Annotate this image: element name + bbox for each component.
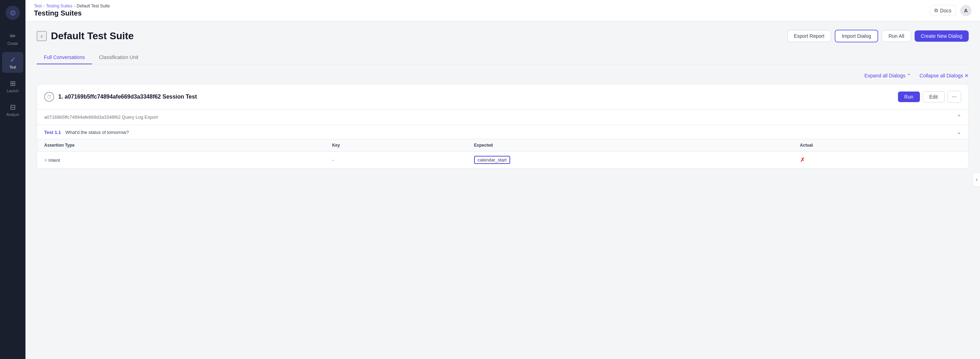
query-log-row: a07169b5ffc74894afe669d3a3348f62 Query L… — [37, 109, 968, 125]
docs-button[interactable]: ⧉ Docs — [930, 5, 956, 16]
collapse-all-icon: ✕ — [964, 73, 969, 78]
tab-full-conversations[interactable]: Full Conversations — [37, 51, 92, 64]
topbar-left: Test › Testing Suites › Default Test Sui… — [34, 3, 110, 17]
test-icon: ✓ — [10, 56, 16, 64]
error-x-icon: ✗ — [800, 157, 805, 163]
breadcrumb: Test › Testing Suites › Default Test Sui… — [34, 3, 110, 8]
collapse-all-link[interactable]: Collapse all Dialogs ✕ — [920, 73, 969, 78]
test-row: Test 1.1 What'd the status of tomorrow? … — [37, 125, 968, 139]
assertion-table: Assertion Type Key Expected Actual ≡ Int… — [37, 139, 968, 168]
sidebar-item-test-label: Test — [10, 65, 16, 69]
main-area: Test › Testing Suites › Default Test Sui… — [25, 0, 980, 359]
right-panel-toggle[interactable]: › — [973, 172, 980, 187]
create-new-dialog-button[interactable]: Create New Dialog — [915, 30, 969, 42]
create-icon: ✏ — [10, 32, 16, 40]
timer-icon: ⏱ — [44, 92, 54, 102]
breadcrumb-sep-1: › — [43, 3, 45, 8]
expand-all-icon: ⌃ — [907, 73, 911, 78]
sidebar-item-analyze[interactable]: ⊟ Analyze — [2, 99, 23, 120]
topbar-right: ⧉ Docs A — [930, 5, 972, 16]
breadcrumb-current: Default Test Suite — [77, 3, 110, 8]
back-button[interactable]: ‹ — [37, 31, 47, 41]
breadcrumb-testing-suites[interactable]: Testing Suites — [46, 3, 73, 8]
collapse-all-label: Collapse all Dialogs — [920, 73, 963, 78]
chevron-right-icon: › — [976, 176, 977, 183]
tab-classification-unit[interactable]: Classification Unit — [92, 51, 145, 64]
expand-collapse-row: Expand all Dialogs ⌃ Collapse all Dialog… — [37, 73, 969, 78]
list-icon: ≡ — [44, 157, 48, 163]
expand-all-link[interactable]: Expand all Dialogs ⌃ — [864, 73, 911, 78]
sidebar: ⊙ ✏ Create ✓ Test ⊞ Launch ⊟ Analyze — [0, 0, 25, 359]
export-report-button[interactable]: Export Report — [788, 30, 831, 42]
chevron-up-icon[interactable]: ⌃ — [957, 114, 961, 121]
col-assertion-type: Assertion Type — [37, 139, 325, 152]
import-dialog-button[interactable]: Import Dialog — [835, 30, 878, 42]
chevron-down-icon[interactable]: ⌄ — [957, 129, 961, 135]
col-actual: Actual — [793, 139, 968, 152]
breadcrumb-test[interactable]: Test — [34, 3, 42, 8]
dialog-card: ⏱ 1. a07169b5ffc74894afe669d3a3348f62 Se… — [37, 84, 969, 169]
docs-icon: ⧉ — [934, 8, 938, 13]
query-log-label: a07169b5ffc74894afe669d3a3348f62 Query L… — [44, 114, 158, 120]
analyze-icon: ⊟ — [10, 103, 16, 111]
logo: ⊙ — [6, 6, 20, 20]
dialog-header: ⏱ 1. a07169b5ffc74894afe669d3a3348f62 Se… — [37, 84, 968, 109]
expand-all-label: Expand all Dialogs — [864, 73, 905, 78]
expected-cell: calendar_start — [467, 152, 793, 168]
avatar: A — [960, 5, 972, 16]
tabs: Full Conversations Classification Unit — [37, 51, 969, 64]
dialog-more-button[interactable]: ··· — [948, 91, 961, 103]
run-all-button[interactable]: Run All — [882, 30, 911, 42]
sidebar-item-analyze-label: Analyze — [6, 113, 19, 117]
dialog-title: 1. a07169b5ffc74894afe669d3a3348f62 Sess… — [58, 94, 197, 100]
expected-value: calendar_start — [474, 156, 510, 164]
dialog-run-button[interactable]: Run — [898, 92, 920, 102]
assertion-type-cell: ≡ Intent — [37, 152, 325, 168]
key-cell: - — [325, 152, 467, 168]
sidebar-item-create[interactable]: ✏ Create — [2, 28, 23, 49]
sidebar-item-test[interactable]: ✓ Test — [2, 52, 23, 73]
dialog-edit-button[interactable]: Edit — [923, 91, 945, 102]
sidebar-item-launch-label: Launch — [7, 89, 19, 93]
logo-icon: ⊙ — [10, 8, 16, 17]
test-row-left: Test 1.1 What'd the status of tomorrow? — [44, 129, 129, 135]
col-key: Key — [325, 139, 467, 152]
table-row: ≡ Intent - calendar_start ✗ — [37, 152, 968, 168]
page-title: Testing Suites — [34, 9, 110, 17]
suite-header: ‹ Default Test Suite Export Report Impor… — [37, 30, 969, 42]
launch-icon: ⊞ — [10, 79, 16, 87]
dialog-actions: Run Edit ··· — [898, 91, 961, 103]
col-expected: Expected — [467, 139, 793, 152]
actual-cell: ✗ — [793, 152, 968, 168]
test-question: What'd the status of tomorrow? — [65, 130, 129, 135]
test-label[interactable]: Test 1.1 — [44, 130, 61, 135]
sidebar-item-launch[interactable]: ⊞ Launch — [2, 76, 23, 97]
dialog-title-row: ⏱ 1. a07169b5ffc74894afe669d3a3348f62 Se… — [44, 92, 197, 102]
breadcrumb-sep-2: › — [74, 3, 75, 8]
docs-label: Docs — [940, 8, 951, 13]
topbar: Test › Testing Suites › Default Test Sui… — [25, 0, 980, 21]
content: ‹ Default Test Suite Export Report Impor… — [25, 21, 980, 359]
sidebar-item-create-label: Create — [8, 42, 18, 46]
assertion-type-value: Intent — [48, 157, 60, 163]
suite-title: Default Test Suite — [51, 30, 134, 42]
suite-title-row: ‹ Default Test Suite — [37, 30, 134, 42]
suite-actions: Export Report Import Dialog Run All Crea… — [788, 30, 969, 42]
